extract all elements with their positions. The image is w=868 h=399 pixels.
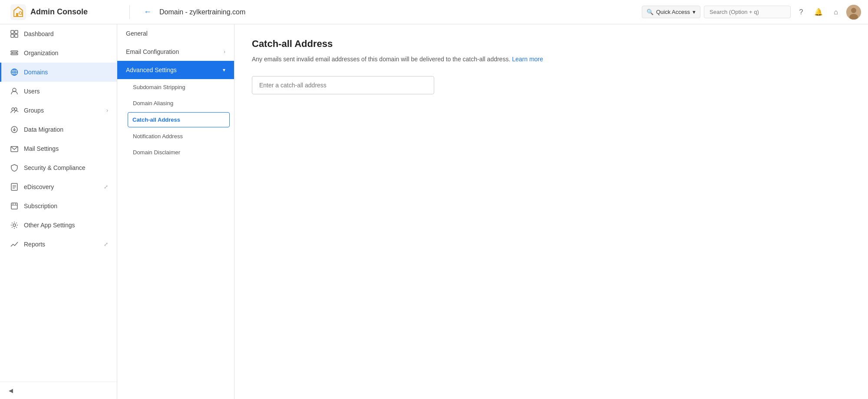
other-app-settings-icon	[10, 221, 19, 229]
email-config-arrow: ›	[224, 49, 225, 55]
sec-sub-subdomain-stripping[interactable]: Subdomain Stripping	[117, 79, 234, 95]
main-layout: Dashboard Organization Domains Users Gro	[0, 24, 868, 399]
sidebar-item-security-compliance[interactable]: Security & Compliance	[0, 158, 117, 177]
header-right: 🔍 Quick Access ▾ ? 🔔 ⌂	[642, 5, 861, 20]
svg-rect-28	[11, 203, 17, 209]
data-migration-icon	[10, 125, 19, 134]
sidebar-item-subscription-label: Subscription	[24, 203, 108, 209]
top-header: Admin Console ← Domain - zylkertraining.…	[0, 0, 868, 24]
sidebar-item-domains-label: Domains	[24, 69, 108, 76]
sidebar-item-groups[interactable]: Groups ›	[0, 101, 117, 120]
sidebar-item-other-app-settings[interactable]: Other App Settings	[0, 216, 117, 235]
sec-sidebar-general[interactable]: General	[117, 24, 234, 43]
content-description: Any emails sent invalid email addresses …	[252, 55, 851, 64]
svg-rect-11	[11, 53, 18, 55]
sidebar-item-reports-label: Reports	[24, 241, 99, 248]
subdomain-stripping-label: Subdomain Stripping	[133, 84, 185, 90]
back-button[interactable]: ←	[140, 6, 155, 18]
svg-rect-10	[11, 51, 18, 52]
dashboard-icon	[10, 30, 19, 38]
sec-sub-domain-disclaimer[interactable]: Domain Disclaimer	[117, 144, 234, 160]
svg-rect-6	[11, 30, 14, 33]
collapse-icon: ◀	[9, 387, 13, 394]
reports-icon	[10, 240, 19, 249]
sidebar-item-organization[interactable]: Organization	[0, 43, 117, 63]
svg-point-4	[851, 8, 856, 13]
sec-sub-catch-all-address[interactable]: Catch-all Address	[128, 112, 230, 127]
notification-address-label: Notification Address	[133, 133, 183, 140]
bell-icon: 🔔	[814, 8, 823, 16]
svg-rect-8	[11, 34, 14, 37]
home-button[interactable]: ⌂	[829, 5, 843, 19]
sidebar-item-mail-settings-label: Mail Settings	[24, 145, 108, 152]
home-icon: ⌂	[834, 8, 838, 16]
subscription-icon	[10, 202, 19, 210]
ediscovery-icon	[10, 183, 19, 191]
main-content: Catch-all Address Any emails sent invali…	[234, 24, 868, 399]
domain-aliasing-label: Domain Aliasing	[133, 100, 173, 106]
search-icon: 🔍	[647, 9, 653, 15]
sidebar-item-dashboard-label: Dashboard	[24, 30, 108, 37]
sidebar-item-domains[interactable]: Domains	[0, 63, 117, 82]
sidebar-item-data-migration-label: Data Migration	[24, 126, 108, 133]
sidebar-item-security-compliance-label: Security & Compliance	[24, 164, 108, 171]
learn-more-link[interactable]: Learn more	[512, 56, 543, 63]
security-compliance-icon	[10, 163, 19, 172]
sidebar-item-subscription[interactable]: Subscription	[0, 196, 117, 216]
sec-sidebar-advanced-settings[interactable]: Advanced Settings ▾	[117, 61, 234, 79]
organization-icon	[10, 49, 19, 57]
sec-email-config-label: Email Configuration	[126, 48, 179, 55]
sidebar-item-organization-label: Organization	[24, 50, 108, 57]
sec-sub-domain-aliasing[interactable]: Domain Aliasing	[117, 95, 234, 111]
advanced-settings-arrow: ▾	[223, 67, 225, 73]
help-button[interactable]: ?	[794, 5, 808, 19]
avatar[interactable]	[846, 5, 861, 20]
sidebar-collapse[interactable]: ◀	[0, 382, 117, 399]
domains-icon	[10, 68, 19, 76]
left-sidebar: Dashboard Organization Domains Users Gro	[0, 24, 117, 399]
header-divider	[129, 5, 130, 19]
page-title: Catch-all Address	[252, 38, 851, 50]
sidebar-item-mail-settings[interactable]: Mail Settings	[0, 139, 117, 158]
catch-all-input[interactable]	[252, 76, 434, 94]
reports-external-icon: ⤢	[104, 241, 108, 247]
ediscovery-external-icon: ⤢	[104, 184, 108, 190]
sidebar-item-users-label: Users	[24, 88, 108, 95]
app-title: Admin Console	[30, 7, 88, 17]
description-text: Any emails sent invalid email addresses …	[252, 56, 510, 63]
sidebar-item-dashboard[interactable]: Dashboard	[0, 24, 117, 43]
svg-point-32	[13, 224, 16, 226]
sidebar-item-ediscovery[interactable]: eDiscovery ⤢	[0, 177, 117, 196]
domain-disclaimer-label: Domain Disclaimer	[133, 149, 180, 156]
sec-sidebar-email-config[interactable]: Email Configuration ›	[117, 43, 234, 61]
quick-access-arrow: ▾	[693, 9, 696, 15]
help-icon: ?	[799, 8, 803, 16]
svg-rect-7	[15, 30, 18, 33]
header-nav: ← Domain - zylkertraining.com	[135, 6, 637, 18]
quick-access-label: Quick Access	[656, 9, 690, 15]
sidebar-item-groups-label: Groups	[24, 107, 101, 114]
header-left: Admin Console	[7, 4, 124, 20]
breadcrumb-title: Domain - zylkertraining.com	[159, 8, 245, 16]
mail-settings-icon	[10, 144, 19, 153]
sidebar-item-reports[interactable]: Reports ⤢	[0, 235, 117, 254]
sidebar-item-users[interactable]: Users	[0, 82, 117, 101]
sidebar-item-data-migration[interactable]: Data Migration	[0, 120, 117, 139]
notifications-button[interactable]: 🔔	[812, 5, 825, 19]
secondary-sidebar: General Email Configuration › Advanced S…	[117, 24, 234, 399]
svg-point-20	[14, 108, 17, 110]
logo-icon	[10, 4, 26, 20]
svg-rect-9	[15, 34, 18, 37]
quick-access-button[interactable]: 🔍 Quick Access ▾	[642, 6, 700, 18]
sidebar-item-other-app-settings-label: Other App Settings	[24, 222, 108, 229]
catch-all-address-label: Catch-all Address	[132, 116, 180, 123]
sec-sub-notification-address[interactable]: Notification Address	[117, 128, 234, 144]
sec-general-label: General	[126, 30, 148, 37]
groups-icon	[10, 106, 19, 115]
svg-point-19	[12, 108, 14, 110]
groups-arrow: ›	[106, 107, 108, 113]
sec-advanced-settings-label: Advanced Settings	[126, 66, 177, 73]
search-input[interactable]	[704, 6, 791, 18]
sidebar-item-ediscovery-label: eDiscovery	[24, 183, 99, 190]
users-icon	[10, 87, 19, 96]
